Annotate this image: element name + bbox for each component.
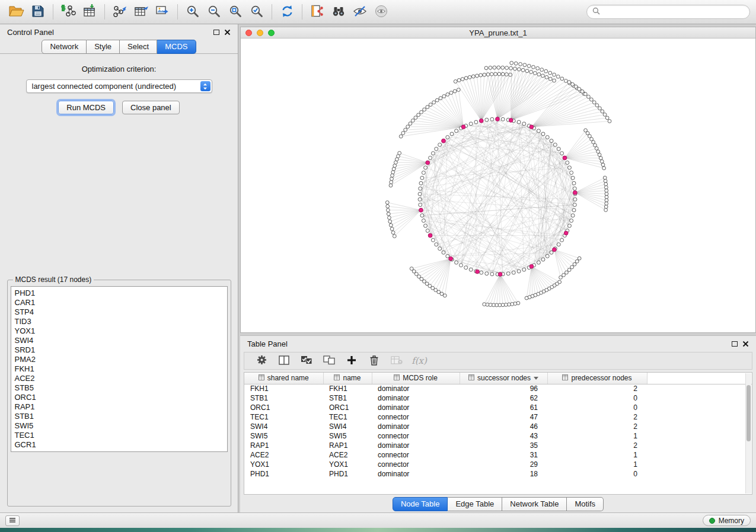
network-node[interactable] <box>605 116 609 120</box>
mcds-result-item[interactable]: STB1 <box>15 412 224 421</box>
network-node[interactable] <box>485 272 489 275</box>
network-node[interactable] <box>483 73 486 76</box>
network-node[interactable] <box>424 224 428 227</box>
network-node[interactable] <box>573 203 576 207</box>
network-node[interactable] <box>557 147 560 150</box>
network-node[interactable] <box>469 268 473 271</box>
network-node[interactable] <box>385 201 389 204</box>
network-node[interactable] <box>468 75 471 79</box>
zoom-selected-button[interactable] <box>246 2 267 21</box>
open-file-button[interactable] <box>6 2 27 21</box>
network-node[interactable] <box>560 238 564 242</box>
network-node[interactable] <box>553 143 557 146</box>
network-node[interactable] <box>522 268 526 271</box>
export-image-button[interactable] <box>152 2 173 21</box>
network-node[interactable] <box>471 75 475 78</box>
network-node[interactable] <box>489 66 492 69</box>
share-document-button[interactable] <box>307 2 328 21</box>
network-node[interactable] <box>455 261 458 264</box>
table-row[interactable]: PHD1PHD1dominator180 <box>244 469 752 479</box>
network-node[interactable] <box>490 273 494 276</box>
network-node[interactable] <box>391 174 394 177</box>
network-node[interactable] <box>559 275 563 279</box>
network-node[interactable] <box>603 113 607 117</box>
network-node[interactable] <box>510 61 513 65</box>
network-node[interactable] <box>592 101 596 104</box>
network-node[interactable] <box>550 139 553 143</box>
network-node[interactable] <box>602 166 606 170</box>
network-node[interactable] <box>540 68 544 72</box>
network-node[interactable] <box>583 92 587 96</box>
network-hub-node[interactable] <box>442 139 446 143</box>
network-node[interactable] <box>435 147 438 150</box>
table-row[interactable]: STB1STB1dominator620 <box>244 393 752 403</box>
network-node[interactable] <box>429 103 432 107</box>
network-node[interactable] <box>501 117 505 121</box>
network-hub-node[interactable] <box>426 161 430 165</box>
network-node[interactable] <box>387 212 390 216</box>
network-node[interactable] <box>525 69 529 73</box>
network-node[interactable] <box>512 271 515 274</box>
network-node[interactable] <box>562 273 566 277</box>
network-node[interactable] <box>429 156 432 160</box>
mcds-result-item[interactable]: STP4 <box>15 307 224 317</box>
network-node[interactable] <box>484 66 488 70</box>
column-header-predecessor-nodes[interactable]: predecessor nodes <box>547 373 647 384</box>
network-node[interactable] <box>490 117 494 121</box>
show-column-button[interactable] <box>273 353 295 368</box>
import-network-button[interactable] <box>58 2 79 21</box>
network-hub-node[interactable] <box>476 270 480 274</box>
network-hub-node[interactable] <box>563 156 567 160</box>
table-row[interactable]: ORC1ORC1dominator610 <box>244 403 752 412</box>
network-node[interactable] <box>571 82 575 86</box>
network-node[interactable] <box>567 224 571 227</box>
save-session-button[interactable] <box>27 2 49 21</box>
network-node[interactable] <box>514 62 518 65</box>
import-table-button[interactable] <box>79 2 100 21</box>
tab-network[interactable]: Network <box>42 40 87 54</box>
network-node[interactable] <box>406 125 410 129</box>
network-node[interactable] <box>601 163 605 166</box>
network-node[interactable] <box>454 80 457 84</box>
network-node[interactable] <box>423 108 426 111</box>
network-node[interactable] <box>497 72 501 76</box>
network-node[interactable] <box>525 296 528 300</box>
export-table-button[interactable] <box>130 2 152 21</box>
zoom-in-button[interactable] <box>182 2 203 21</box>
network-node[interactable] <box>410 267 413 271</box>
network-node[interactable] <box>486 73 490 76</box>
network-node[interactable] <box>431 238 435 242</box>
network-node[interactable] <box>513 67 517 70</box>
column-header-name[interactable]: name <box>323 373 372 384</box>
network-node[interactable] <box>595 104 599 107</box>
network-node[interactable] <box>417 113 420 117</box>
table-scrollbar[interactable] <box>745 373 751 493</box>
add-column-button[interactable] <box>340 353 363 368</box>
network-node[interactable] <box>459 264 462 267</box>
network-node[interactable] <box>522 122 526 126</box>
tab-style[interactable]: Style <box>87 40 120 54</box>
maximize-window-button[interactable] <box>268 30 275 36</box>
tab-select[interactable]: Select <box>120 40 157 54</box>
network-node[interactable] <box>556 75 560 78</box>
network-node[interactable] <box>600 160 604 164</box>
find-binoculars-button[interactable] <box>328 2 349 21</box>
network-hub-node[interactable] <box>498 273 502 277</box>
mcds-result-item[interactable]: ACE2 <box>15 374 224 383</box>
table-row[interactable]: FKH1FKH1dominator962 <box>244 384 752 393</box>
network-node[interactable] <box>431 152 435 155</box>
network-node[interactable] <box>529 70 533 74</box>
network-node[interactable] <box>422 219 425 222</box>
tab-edge-table[interactable]: Edge Table <box>448 497 502 511</box>
column-header-successor-nodes[interactable]: successor nodes <box>460 373 547 384</box>
mcds-result-item[interactable]: PHD1 <box>15 289 224 298</box>
network-node[interactable] <box>564 79 568 83</box>
network-node[interactable] <box>442 251 445 254</box>
table-row[interactable]: TEC1TEC1connector472 <box>244 412 752 422</box>
network-node[interactable] <box>424 166 428 169</box>
network-node[interactable] <box>541 258 545 261</box>
network-node[interactable] <box>399 134 403 138</box>
network-node[interactable] <box>464 76 468 80</box>
mcds-result-item[interactable]: SWI5 <box>15 421 224 431</box>
network-node[interactable] <box>390 177 394 181</box>
